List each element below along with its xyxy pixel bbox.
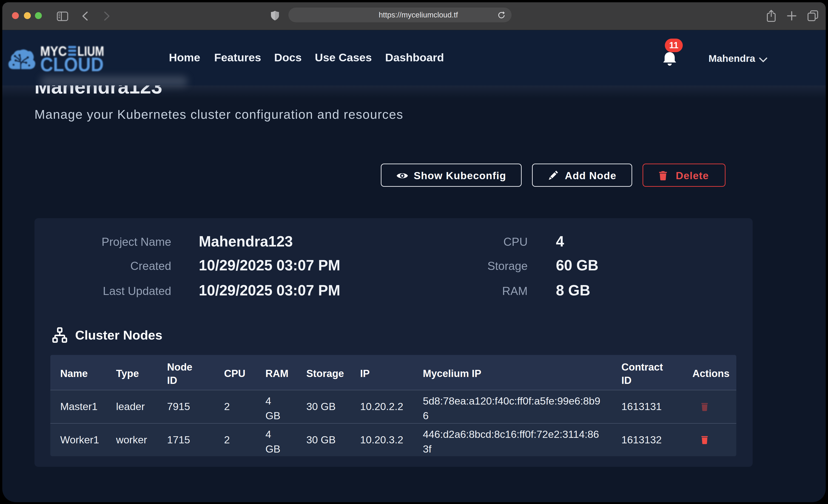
svg-text:CLOUD: CLOUD <box>40 53 104 73</box>
